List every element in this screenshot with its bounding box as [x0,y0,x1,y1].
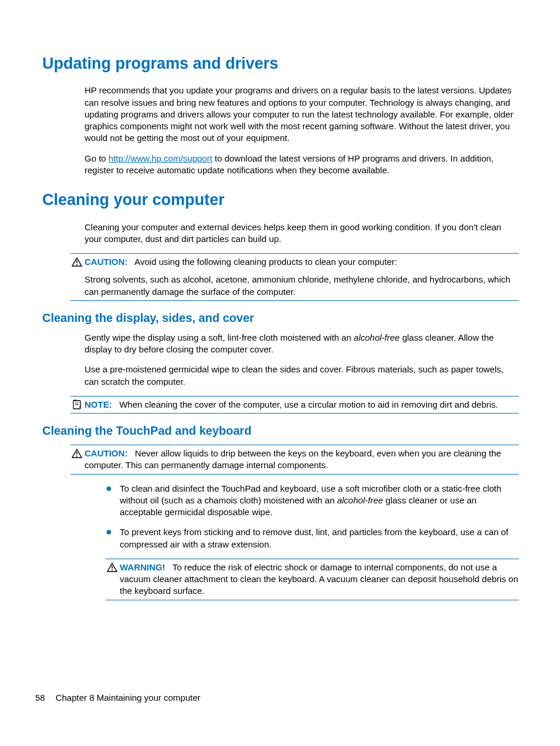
touchpad-bullets: ● To clean and disinfect the TouchPad an… [106,483,519,550]
caution-cleaning-text2: Strong solvents, such as alcohol, aceton… [85,274,519,298]
bullet-icon: ● [106,526,120,550]
caution-label: CAUTION: [85,448,127,458]
warning-label: WARNING! [120,562,166,572]
caution-cleaning-line1: CAUTION: Avoid using the following clean… [85,256,519,268]
bullet-icon: ● [106,483,120,519]
caution-icon [70,448,83,459]
italic-alcohol-free-2: alcohol-free [337,495,383,505]
heading-display: Cleaning the display, sides, and cover [42,310,519,326]
caution-touchpad: CAUTION: Never allow liquids to drip bet… [70,445,519,475]
display-p2: Use a pre-moistened germicidal wipe to c… [85,364,519,388]
note-display: NOTE: When cleaning the cover of the com… [70,396,519,414]
svg-point-1 [76,264,77,266]
note-icon [70,399,83,411]
page-number: 58 [35,692,45,704]
caution-cleaning: CAUTION: Avoid using the following clean… [70,253,519,301]
italic-alcohol-free-1: alcohol-free [354,332,400,342]
display-body: Gently wipe the display using a soft, li… [85,332,519,388]
display-p1: Gently wipe the display using a soft, li… [85,332,519,356]
page-footer: 58Chapter 8 Maintaining your computer [35,692,200,704]
svg-point-8 [112,569,113,570]
chapter-label: Chapter 8 Maintaining your computer [56,693,201,703]
note-label: NOTE: [85,399,112,409]
caution-label: CAUTION: [85,257,127,267]
heading-touchpad: Cleaning the TouchPad and keyboard [42,423,519,439]
note-display-text: NOTE: When cleaning the cover of the com… [85,399,519,411]
bullet-2-text: To prevent keys from sticking and to rem… [120,526,519,550]
warning-icon [106,562,119,573]
heading-cleaning: Cleaning your computer [42,189,519,210]
svg-point-6 [76,456,77,457]
list-item: ● To prevent keys from sticking and to r… [106,526,519,550]
updating-p2: Go to http://www.hp.com/support to downl… [85,153,519,177]
updating-p2-pre: Go to [85,153,109,163]
bullet-1-text: To clean and disinfect the TouchPad and … [120,483,519,519]
warning-touchpad-text: WARNING! To reduce the risk of electric … [120,562,519,597]
warning-touchpad: WARNING! To reduce the risk of electric … [106,559,519,600]
caution-icon [70,256,83,268]
cleaning-p1: Cleaning your computer and external devi… [85,221,519,246]
support-link[interactable]: http://www.hp.com/support [109,153,212,163]
cleaning-body: Cleaning your computer and external devi… [85,221,519,246]
list-item: ● To clean and disinfect the TouchPad an… [106,483,519,519]
caution-touchpad-text: CAUTION: Never allow liquids to drip bet… [85,448,519,472]
updating-body: HP recommends that you update your progr… [85,85,519,176]
heading-updating: Updating programs and drivers [42,53,519,74]
updating-p1: HP recommends that you update your progr… [85,85,519,144]
caution-cleaning-text1: Avoid using the following cleaning produ… [134,257,397,267]
